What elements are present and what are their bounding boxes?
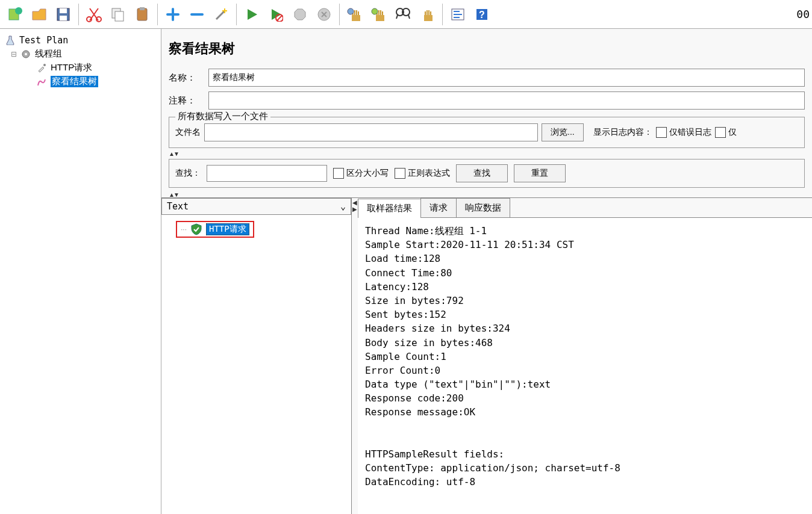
errors-only-checkbox[interactable]: 仅错误日志 xyxy=(656,127,711,138)
cut-icon[interactable] xyxy=(83,3,105,26)
results-detail-panel: 取样器结果 请求 响应数据 Thread Name:线程组 1-1 Sample… xyxy=(358,198,812,514)
svg-point-14 xyxy=(348,8,354,14)
file-legend: 所有数据写入一个文件 xyxy=(175,111,270,122)
svg-rect-3 xyxy=(60,8,67,13)
svg-point-1 xyxy=(15,7,22,14)
chevron-down-icon: ⌄ xyxy=(340,201,346,212)
file-fieldset: 所有数据写入一个文件 文件名 浏览... 显示日志内容： 仅错误日志 仅 xyxy=(169,117,805,148)
svg-point-25 xyxy=(43,64,46,66)
tree-label: HTTP请求 xyxy=(51,62,92,73)
toolbar: ? 00 xyxy=(0,0,812,29)
tree-item-thread-group[interactable]: ⊟ 线程组 xyxy=(2,47,158,61)
help-icon[interactable]: ? xyxy=(470,3,493,26)
run-icon[interactable] xyxy=(240,3,263,26)
tree-connector: ⊟ xyxy=(11,50,17,58)
add-icon[interactable] xyxy=(161,3,184,26)
dropper-icon xyxy=(36,63,47,73)
find-button[interactable]: 查找 xyxy=(456,164,508,182)
svg-rect-13 xyxy=(352,15,360,21)
copy-icon[interactable] xyxy=(107,3,130,26)
flask-icon xyxy=(5,35,16,46)
svg-text:?: ? xyxy=(479,10,485,20)
svg-rect-10 xyxy=(140,7,145,10)
reset-button[interactable]: 重置 xyxy=(514,164,566,182)
filename-input[interactable] xyxy=(204,123,538,141)
sampler-result-text: Thread Name:线程组 1-1 Sample Start:2020-11… xyxy=(358,218,812,514)
open-icon[interactable] xyxy=(28,3,51,26)
comment-input[interactable] xyxy=(208,91,805,110)
svg-rect-19 xyxy=(424,15,433,21)
case-sensitive-checkbox[interactable]: 区分大小写 xyxy=(333,168,389,179)
tree-item-test-plan[interactable]: Test Plan xyxy=(2,34,158,47)
result-tabs: 取样器结果 请求 响应数据 xyxy=(358,198,812,218)
comment-label: 注释： xyxy=(169,95,202,107)
result-item-http[interactable]: ··· HTTP请求 xyxy=(176,221,254,238)
tree-item-http-request[interactable]: HTTP请求 xyxy=(2,61,158,75)
wand-icon[interactable] xyxy=(210,3,233,26)
remove-icon[interactable] xyxy=(186,3,208,26)
toolbar-separator xyxy=(442,4,443,25)
new-icon[interactable] xyxy=(4,3,27,26)
partial-checkbox[interactable]: 仅 xyxy=(715,127,737,138)
clear-all-icon[interactable] xyxy=(367,3,390,26)
tree-item-view-results[interactable]: 察看结果树 xyxy=(2,75,158,88)
splitter-horizontal[interactable]: ▲▼ xyxy=(161,150,812,156)
result-label: HTTP请求 xyxy=(206,223,249,235)
results-tree: ··· HTTP请求 xyxy=(161,215,351,514)
svg-point-16 xyxy=(372,8,378,14)
svg-rect-4 xyxy=(60,16,67,20)
tab-request[interactable]: 请求 xyxy=(420,198,457,217)
toolbar-separator xyxy=(236,4,237,25)
test-tree: Test Plan ⊟ 线程组 HTTP请求 察看结果树 xyxy=(0,29,161,514)
run-noready-icon[interactable] xyxy=(264,3,287,26)
success-shield-icon xyxy=(190,223,202,235)
tree-label: Test Plan xyxy=(19,35,68,46)
toolbar-counter: 00 xyxy=(796,8,810,20)
tree-label: 线程组 xyxy=(35,48,62,60)
svg-point-24 xyxy=(25,53,27,55)
results-format-select[interactable]: Text ⌄ xyxy=(161,198,351,215)
find-input[interactable] xyxy=(207,165,327,182)
tree-label: 察看结果树 xyxy=(51,76,98,87)
shutdown-icon[interactable] xyxy=(313,3,336,26)
paste-icon[interactable] xyxy=(131,3,154,26)
toolbar-separator xyxy=(78,4,79,25)
toolbar-separator xyxy=(339,4,340,25)
gear-icon xyxy=(20,49,31,60)
search-icon[interactable] xyxy=(392,3,414,26)
content-panel: 察看结果树 名称： 注释： 所有数据写入一个文件 文件名 浏览... 显示日志内… xyxy=(161,29,812,514)
clear-icon[interactable] xyxy=(343,3,366,26)
stop-icon[interactable] xyxy=(289,3,311,26)
show-log-label: 显示日志内容： xyxy=(593,127,652,138)
svg-rect-15 xyxy=(376,15,384,21)
filename-label: 文件名 xyxy=(175,127,201,138)
regex-checkbox[interactable]: 正则表达式 xyxy=(395,168,450,179)
browse-button[interactable]: 浏览... xyxy=(542,123,584,141)
panel-title: 察看结果树 xyxy=(161,29,812,66)
name-label: 名称： xyxy=(169,72,202,84)
svg-rect-8 xyxy=(115,11,123,21)
find-label: 查找： xyxy=(175,168,201,179)
results-list-panel: Text ⌄ ··· HTTP请求 xyxy=(161,198,352,514)
splitter-vertical[interactable] xyxy=(352,198,358,514)
save-icon[interactable] xyxy=(52,3,75,26)
splitter-horizontal[interactable]: ▲▼ xyxy=(161,191,812,197)
tab-response-data[interactable]: 响应数据 xyxy=(456,198,510,217)
clean-icon[interactable] xyxy=(416,3,439,26)
tab-sampler-result[interactable]: 取样器结果 xyxy=(358,199,421,218)
results-tree-icon xyxy=(36,76,47,87)
find-row: 查找： 区分大小写 正则表达式 查找 重置 xyxy=(169,159,805,188)
function-icon[interactable] xyxy=(446,3,469,26)
name-input[interactable] xyxy=(208,69,805,87)
tree-connector: ··· xyxy=(181,225,187,234)
toolbar-separator xyxy=(157,4,158,25)
